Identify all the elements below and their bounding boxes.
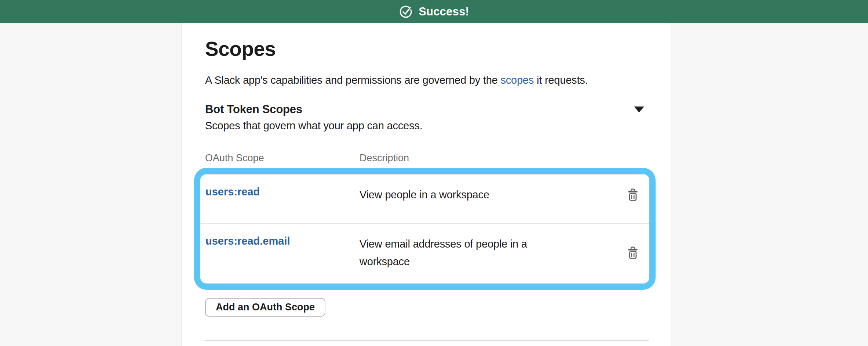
scope-description: View people in a workspace: [360, 186, 550, 203]
intro-text: A Slack app's capabilities and permissio…: [205, 73, 647, 87]
section-title: Bot Token Scopes: [205, 103, 302, 116]
section-divider: [205, 340, 649, 341]
scope-link[interactable]: users:read: [205, 186, 360, 198]
table-row: users:read.email View email addresses of…: [200, 223, 649, 283]
highlight-ring: users:read View people in a workspace: [194, 168, 656, 290]
trash-icon: [626, 187, 640, 202]
delete-scope-button[interactable]: [626, 245, 640, 260]
scope-link[interactable]: users:read.email: [205, 235, 360, 247]
bot-token-scopes-header: Bot Token Scopes: [205, 103, 647, 116]
success-message: Success!: [419, 5, 469, 18]
check-circle-icon: [399, 5, 413, 19]
table-column-headers: OAuth Scope Description: [205, 152, 647, 164]
scope-description: View email addresses of people in a work…: [360, 235, 550, 270]
caret-down-icon[interactable]: [634, 107, 644, 112]
page-title: Scopes: [205, 37, 647, 61]
intro-prefix: A Slack app's capabilities and permissio…: [205, 74, 500, 86]
settings-card: Scopes A Slack app's capabilities and pe…: [181, 23, 671, 346]
section-subtitle: Scopes that govern what your app can acc…: [205, 120, 647, 132]
success-banner: Success!: [0, 0, 868, 23]
column-header-oauth-scope: OAuth Scope: [205, 152, 360, 164]
column-header-description: Description: [360, 152, 409, 164]
trash-icon: [626, 245, 640, 260]
add-oauth-scope-button[interactable]: Add an OAuth Scope: [205, 298, 325, 317]
delete-scope-button[interactable]: [626, 187, 640, 202]
oauth-scope-table: users:read View people in a workspace: [200, 174, 649, 284]
scopes-link[interactable]: scopes: [500, 74, 534, 86]
table-row: users:read View people in a workspace: [200, 175, 649, 223]
intro-suffix: it requests.: [534, 74, 588, 86]
